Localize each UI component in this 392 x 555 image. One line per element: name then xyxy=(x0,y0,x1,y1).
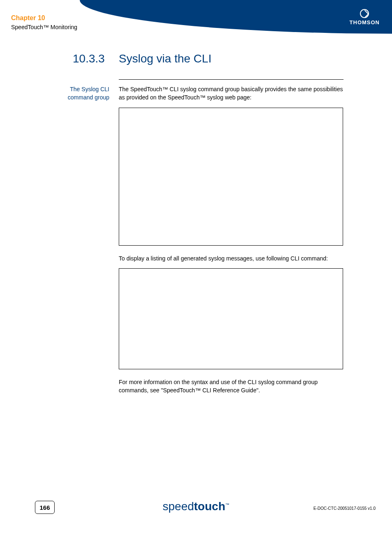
body-paragraph-3: For more information on the syntax and u… xyxy=(119,378,344,394)
page-number: 166 xyxy=(35,501,55,514)
code-box-1 xyxy=(119,108,343,246)
logo-bold: touch xyxy=(194,500,225,513)
chapter-subtitle: SpeedTouch™ Monitoring xyxy=(11,24,77,30)
document-id: E-DOC-CTC-20051017-0155 v1.0 xyxy=(314,506,376,511)
body-paragraph-1: The SpeedTouch™ CLI syslog command group… xyxy=(119,85,344,101)
chapter-label: Chapter 10 xyxy=(11,14,45,22)
code-box-2 xyxy=(119,268,343,369)
section-title: Syslog via the CLI xyxy=(119,52,212,65)
section-number: 10.3.3 xyxy=(73,52,105,65)
thomson-brand-text: THOMSON xyxy=(350,19,380,25)
body-paragraph-2: To display a listing of all generated sy… xyxy=(119,255,344,263)
header-curve xyxy=(80,0,392,34)
header-bar: Chapter 10 SpeedTouch™ Monitoring THOMSO… xyxy=(0,0,392,34)
section-divider xyxy=(119,79,344,80)
thomson-icon xyxy=(360,9,369,18)
speedtouch-logo: speedtouch™ xyxy=(163,500,230,513)
logo-light: speed xyxy=(163,500,194,513)
thomson-logo: THOMSON xyxy=(350,9,380,25)
logo-tm: ™ xyxy=(225,502,229,507)
sidebar-label: The Syslog CLI command group xyxy=(64,85,109,101)
